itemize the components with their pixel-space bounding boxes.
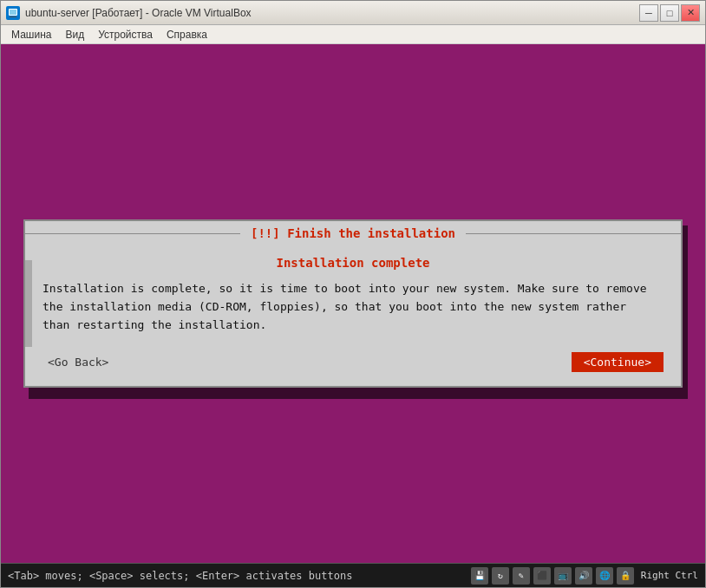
dialog-overlay: [!!] Finish the installation Installatio…	[1, 44, 705, 563]
tray-icon-7[interactable]: 🌐	[596, 567, 613, 585]
tray-icon-4[interactable]: ⬛	[533, 567, 551, 585]
go-back-button[interactable]: <Go Back>	[42, 354, 114, 370]
menu-machine[interactable]: Машина	[4, 27, 58, 42]
svg-rect-3	[10, 16, 16, 17]
title-bar: ubuntu-server [Работает] - Oracle VM Vir…	[1, 1, 705, 25]
statusbar-text: <Tab> moves; <Space> selects; <Enter> ac…	[8, 570, 471, 582]
maximize-button[interactable]: □	[660, 4, 679, 22]
vm-screen[interactable]: [!!] Finish the installation Installatio…	[1, 44, 705, 563]
menu-view[interactable]: Вид	[58, 27, 91, 42]
dialog-message: Installation is complete, so it is time …	[42, 280, 664, 334]
tray-icon-2[interactable]: ↻	[492, 567, 509, 585]
menu-help[interactable]: Справка	[160, 27, 214, 42]
statusbar-icons: 💾 ↻ ✎ ⬛ 📺 🔊 🌐 🔒 Right Ctrl	[471, 567, 698, 585]
minimize-button[interactable]: ─	[639, 4, 658, 22]
menu-devices[interactable]: Устройства	[91, 27, 160, 42]
tray-icon-8[interactable]: 🔒	[617, 567, 634, 585]
vm-content: [!!] Finish the installation Installatio…	[1, 44, 705, 587]
vm-statusbar: <Tab> moves; <Space> selects; <Enter> ac…	[1, 563, 705, 587]
right-ctrl-label: Right Ctrl	[641, 570, 698, 581]
window-title: ubuntu-server [Работает] - Oracle VM Vir…	[25, 7, 639, 19]
dialog-left-bracket	[25, 260, 32, 347]
virtualbox-window: ubuntu-server [Работает] - Oracle VM Vir…	[0, 0, 706, 588]
dialog-content: Installation complete Installation is co…	[25, 245, 681, 385]
dialog-status: Installation complete	[42, 256, 664, 270]
close-button[interactable]: ✕	[681, 4, 700, 22]
tray-icon-1[interactable]: 💾	[471, 567, 488, 585]
dialog-buttons: <Go Back> <Continue>	[42, 352, 664, 372]
continue-button[interactable]: <Continue>	[572, 352, 664, 372]
title-bar-buttons: ─ □ ✕	[639, 4, 700, 22]
dialog-box: [!!] Finish the installation Installatio…	[23, 219, 683, 387]
dialog-title: [!!] Finish the installation	[240, 226, 466, 240]
dialog-title-area: [!!] Finish the installation	[25, 221, 681, 245]
app-icon	[6, 6, 20, 20]
tray-icon-5[interactable]: 📺	[554, 567, 572, 585]
tray-icon-3[interactable]: ✎	[513, 567, 530, 585]
svg-rect-2	[10, 10, 16, 15]
menu-bar: Машина Вид Устройства Справка	[1, 25, 705, 44]
tray-icon-6[interactable]: 🔊	[575, 567, 592, 585]
